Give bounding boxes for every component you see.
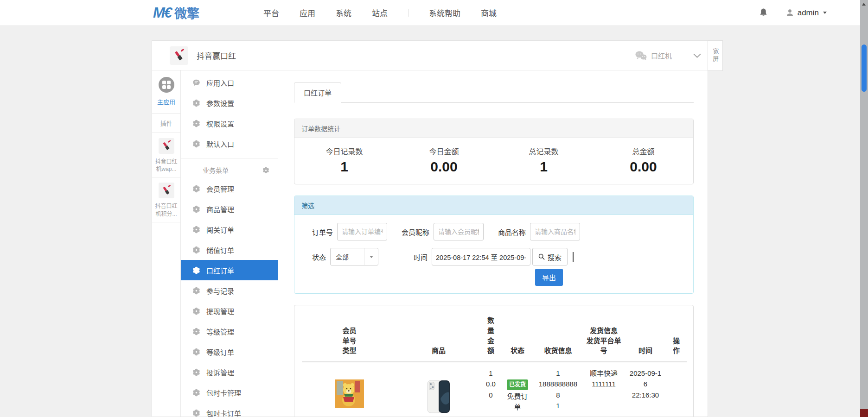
- sidebar-item-active[interactable]: 口红订单: [181, 260, 278, 280]
- sidebar-item-label: 参数设置: [206, 98, 234, 108]
- cell-qty-amount: 1 0.00: [480, 362, 501, 417]
- top-nav-item[interactable]: 商城: [481, 7, 497, 19]
- top-nav-item[interactable]: 站点: [372, 7, 388, 19]
- scrollbar-up-icon[interactable]: [862, 3, 866, 6]
- sidebar-item-label: 会员管理: [206, 184, 234, 194]
- wechat-account-icon: [635, 51, 647, 61]
- main-app-entry[interactable]: 主应用: [152, 70, 180, 111]
- cell-actions: [666, 362, 687, 417]
- sidebar-item-menu[interactable]: 参与记录: [181, 280, 278, 301]
- scrollbar-thumb[interactable]: [862, 44, 867, 92]
- table-row[interactable]: R202509162216306626216866 实体订单 苹果16 Pro …: [302, 362, 687, 417]
- sidebar-item-label: 闯关订单: [206, 225, 234, 234]
- top-nav-item[interactable]: 应用: [300, 7, 315, 19]
- sidebar-item-label: 储值订单: [206, 245, 234, 255]
- sidebar-item-label: 参与记录: [206, 286, 234, 296]
- tab-bar: 口红订单: [294, 82, 694, 103]
- user-name: admin: [798, 8, 819, 18]
- gear-icon: [192, 266, 200, 274]
- gear-icon: [192, 185, 200, 193]
- sidebar-item-label: 包时卡管理: [206, 388, 241, 398]
- lipstick-plugin-icon: [159, 138, 174, 154]
- status-select[interactable]: 全部: [330, 248, 378, 265]
- sidebar-item-menu[interactable]: 等级管理: [181, 321, 278, 341]
- gear-icon: [192, 368, 200, 376]
- cell-receiver-info: 1 18888888888 1: [534, 362, 582, 417]
- gear-icon: [192, 409, 200, 417]
- table-header-cell: 时间: [625, 309, 666, 362]
- table-header-cell: 商品: [397, 309, 480, 362]
- account-switcher[interactable]: 口红机: [635, 51, 672, 61]
- stat-label: 总金额: [594, 145, 693, 157]
- rail-plugin-item[interactable]: 抖音口红机wap...: [152, 133, 180, 177]
- gear-icon: [262, 167, 269, 174]
- table-header-cell: 状态: [501, 309, 534, 362]
- sidebar-item-label: 商品管理: [206, 204, 234, 214]
- stats-panel: 订单数据统计 今日记录数1今日金额0.00总记录数1总金额0.00: [294, 119, 694, 184]
- sidebar-item-menu[interactable]: 包时卡管理: [181, 382, 278, 403]
- notification-bell-icon[interactable]: [759, 8, 768, 18]
- search-button[interactable]: 搜索: [532, 248, 568, 265]
- filter-panel-title: 筛选: [294, 196, 693, 215]
- page-scrollbar[interactable]: [860, 0, 868, 417]
- sidebar-menu: 应用入口参数设置权限设置默认入口业务菜单会员管理商品管理闯关订单储值订单口红订单…: [181, 70, 278, 417]
- comment-icon: [192, 79, 200, 87]
- orders-table: 会员 单号 类型商品数量 金额状态收货信息发货信息 发货平台单号时间操作 R20…: [302, 309, 687, 417]
- sidebar-item-label: 应用入口: [206, 78, 234, 88]
- sidebar-item-label: 口红订单: [206, 265, 234, 275]
- sidebar-item-menu[interactable]: 应用入口: [181, 72, 278, 93]
- rail-plugin-label: 抖音口红机wap...: [153, 158, 179, 173]
- sidebar-item-menu[interactable]: 投诉管理: [181, 362, 278, 382]
- menu-section-label: 业务菜单: [203, 165, 229, 175]
- sidebar-item-menu[interactable]: 权限设置: [181, 113, 278, 133]
- table-header-cell: 发货信息 发货平台单号: [582, 309, 625, 362]
- product-name-input[interactable]: [530, 223, 580, 240]
- widescreen-toggle[interactable]: 宽屏: [708, 40, 723, 71]
- filter-panel: 筛选 订单号 会员昵称 商品名称 状态: [294, 196, 694, 294]
- table-header-cell: 数量 金额: [480, 309, 501, 362]
- date-range-input[interactable]: [432, 248, 530, 265]
- export-button[interactable]: 导出: [535, 269, 563, 286]
- stat-value: 1: [494, 159, 594, 175]
- cell-shipping-info: 顺丰快递 1111111: [582, 362, 625, 417]
- weengine-logo[interactable]: M€ 微擎: [153, 4, 199, 22]
- orders-table-panel: 会员 单号 类型商品数量 金额状态收货信息发货信息 发货平台单号时间操作 R20…: [294, 305, 694, 417]
- search-icon: [538, 253, 545, 260]
- product-image: [427, 379, 451, 414]
- nickname-input[interactable]: [434, 223, 484, 240]
- rail-plugin-item[interactable]: 抖音口红机积分...: [152, 177, 180, 222]
- tab-lipstick-orders[interactable]: 口红订单: [294, 82, 341, 103]
- stats-panel-title: 订单数据统计: [294, 119, 693, 138]
- sidebar-item-label: 投诉管理: [206, 367, 234, 377]
- sidebar-item-menu[interactable]: 包时卡订单: [181, 403, 278, 417]
- main-app-label: 主应用: [152, 97, 180, 106]
- sidebar-item-menu[interactable]: 默认入口: [181, 133, 278, 154]
- table-header-cell: 会员 单号 类型: [302, 309, 397, 362]
- sidebar-item-menu[interactable]: 参数设置: [181, 93, 278, 113]
- sidebar-item-menu[interactable]: 闯关订单: [181, 219, 278, 240]
- chevron-down-icon: [693, 53, 701, 58]
- top-nav-items: 平台应用系统站点系统帮助商城: [263, 7, 497, 19]
- sidebar-item-menu[interactable]: 提现管理: [181, 301, 278, 321]
- sidebar-item-menu[interactable]: 储值订单: [181, 240, 278, 260]
- sidebar-item-label: 等级订单: [206, 347, 234, 357]
- order-no-label: 订单号: [312, 227, 333, 237]
- gear-icon: [192, 120, 200, 127]
- top-nav-item[interactable]: 系统: [336, 7, 351, 19]
- filter-row-3: 导出: [312, 269, 693, 286]
- top-nav-item[interactable]: 系统帮助: [429, 7, 460, 19]
- gear-icon: [192, 389, 200, 397]
- top-nav-right: admin: [759, 8, 827, 18]
- stat-label: 今日记录数: [294, 145, 394, 157]
- sidebar-item-menu[interactable]: 商品管理: [181, 199, 278, 219]
- gear-icon: [192, 226, 200, 234]
- chevron-down-icon: [823, 12, 827, 14]
- sidebar-item-menu[interactable]: 会员管理: [181, 178, 278, 199]
- top-nav-item[interactable]: 平台: [263, 7, 279, 19]
- order-no-input[interactable]: [337, 223, 387, 240]
- plugins-section-label: 插件: [152, 113, 180, 133]
- collapse-header-button[interactable]: [686, 53, 708, 58]
- app-card: 抖音赢口红 口红机 宽屏 主应用 插件 抖音口红机wap.: [152, 40, 708, 417]
- user-menu[interactable]: admin: [785, 8, 827, 18]
- sidebar-item-menu[interactable]: 等级订单: [181, 341, 278, 362]
